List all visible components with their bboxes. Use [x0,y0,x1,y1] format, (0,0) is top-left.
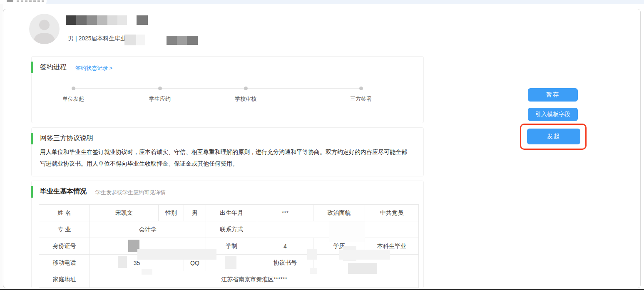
value-study-length: 4 [257,238,313,255]
section-accent-bar [31,133,33,144]
value-political-status: 中共党员 [365,205,419,221]
label-mobile: 移动电话 [39,255,90,271]
stepper-line [73,88,361,89]
step-label-1: 单位发起 [50,95,96,103]
step-label-2: 学生应约 [137,95,183,103]
graduate-info-title: 毕业生基本情况 [40,187,87,196]
notice-line-2: 写进就业协议书。用人单位不得向毕业生收取押金、保证金或其他任何费用。 [40,158,417,169]
table-row: 姓 名 宋凯文 性别 男 出生年月 *** 政治面貌 中共党员 [39,205,419,221]
agreement-notice-card: 网签三方协议说明 用人单位和毕业生在签订就业协议时，应本着诚实、守信、相互尊重和… [31,127,424,176]
tab-title-redacted [17,0,44,2]
avatar [29,14,60,44]
signing-status-record-link[interactable]: 签约状态记录 > [75,64,112,72]
graduate-info-subtitle: 学生发起或学生应约可见详情 [95,189,166,196]
screen: 男 | 2025届本科生毕业 签约进程 签约状态记录 > 单位发起 学生应约 学… [0,0,644,290]
step-dot-1 [72,87,75,90]
label-name: 姓 名 [39,205,90,221]
signing-progress-title: 签约进程 [40,63,67,72]
tab-favicon-icon [7,0,13,2]
graduate-info-table: 姓 名 宋凯文 性别 男 出生年月 *** 政治面貌 中共党员 专 业 会计学 … [39,204,419,288]
import-template-fields-button[interactable]: 引入模板字段 [528,108,578,121]
step-label-4: 三方签署 [338,95,384,103]
agreement-notice-body: 用人单位和毕业生在签订就业协议时，应本着诚实、守信、相互尊重和理解的原则，进行充… [40,146,417,169]
step-label-3: 学校审核 [223,95,269,103]
label-political-status: 政治面貌 [313,205,365,221]
label-home-address: 家庭地址 [39,271,90,288]
step-dot-4 [359,87,363,90]
top-tab-strip [0,0,644,4]
label-birth: 出生年月 [206,205,257,221]
label-major: 专 业 [39,221,90,238]
label-id-number: 身份证号 [39,238,90,255]
value-birth: *** [257,205,313,221]
signing-progress-card: 签约进程 签约状态记录 > 单位发起 学生应约 学校审核 三方签署 [31,56,424,123]
save-draft-button[interactable]: 暂存 [528,88,578,102]
label-agreement-number: 协议书号 [257,255,313,271]
browser-tab[interactable] [0,0,47,4]
section-accent-bar [31,186,33,198]
value-gender: 男 [184,205,206,221]
section-accent-bar [31,62,33,73]
avatar-person-icon [29,14,60,44]
step-dot-2 [158,87,162,90]
notice-line-1: 用人单位和毕业生在签订就业协议时，应本着诚实、守信、相互尊重和理解的原则，进行充… [40,146,417,158]
page-left-gutter [0,4,3,289]
step-dot-3 [244,87,248,90]
agreement-notice-title: 网签三方协议说明 [40,134,93,143]
initiate-button[interactable]: 发起 [527,129,580,144]
value-name: 宋凯文 [90,205,159,221]
value-major: 会计学 [90,221,206,238]
label-contact: 联系方式 [206,221,257,238]
profile-gender-line: 男 | 2025届本科生毕业 [68,35,127,42]
label-gender: 性别 [159,205,184,221]
